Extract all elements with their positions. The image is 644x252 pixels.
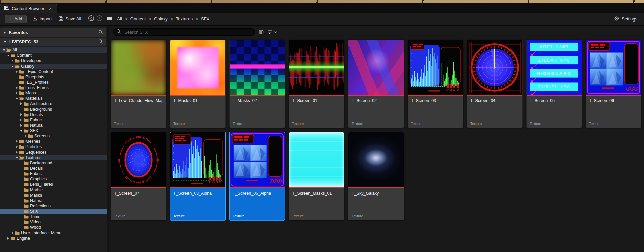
folder-icon <box>23 225 29 229</box>
tree-item-reflections[interactable]: Reflections <box>0 203 107 209</box>
save-all-button[interactable]: Save All <box>57 15 83 23</box>
tab-content-browser[interactable]: Content Browser × <box>0 4 57 13</box>
expander-icon[interactable] <box>11 59 14 62</box>
collection-search-icon[interactable] <box>98 39 103 45</box>
settings-button[interactable]: Settings <box>614 16 637 22</box>
expander-icon[interactable] <box>19 102 23 105</box>
tree-item-textures[interactable]: Textures <box>0 155 107 160</box>
import-button[interactable]: Import <box>31 15 53 23</box>
breadcrumb-item-sfx[interactable]: SFX <box>201 16 209 22</box>
breadcrumb-item-textures[interactable]: Textures <box>176 16 193 22</box>
expander-icon[interactable] <box>15 140 19 143</box>
tree-item-sfx[interactable]: SFX <box>0 209 107 214</box>
breadcrumb-item-all[interactable]: All <box>117 16 122 22</box>
expander-icon[interactable] <box>15 157 19 159</box>
tree-item-particles[interactable]: Particles <box>0 144 107 150</box>
breadcrumb-item-galaxy[interactable]: Galaxy <box>154 16 167 22</box>
expander-icon[interactable] <box>11 232 14 234</box>
favorites-header[interactable]: Favorites <box>0 28 106 37</box>
asset-grid: T_Low_Clouds_Flow_Map Texture T_Masks_01… <box>109 38 644 252</box>
expander-icon[interactable] <box>24 135 28 137</box>
tree-item-galaxy[interactable]: Galaxy <box>0 64 107 69</box>
search-input[interactable] <box>124 29 251 35</box>
add-button[interactable]: + Add <box>5 15 27 23</box>
asset-tile-t_screen_03[interactable]: T_Screen_03 Texture <box>408 40 463 128</box>
asset-tile-t_masks_01[interactable]: T_Masks_01 Texture <box>170 40 226 128</box>
chevron-right-icon[interactable] <box>4 31 6 34</box>
expander-icon[interactable] <box>15 145 19 148</box>
expander-icon[interactable] <box>19 124 23 127</box>
tree-item-_epic_content[interactable]: _Epic_Content <box>0 69 107 74</box>
expander-icon[interactable] <box>15 86 19 89</box>
expander-icon[interactable] <box>6 237 10 240</box>
asset-tile-t_screen_06_alpha[interactable]: T_Screen_06_Alpha Texture <box>229 132 285 220</box>
asset-tile-t_low_clouds_flow_map[interactable]: T_Low_Clouds_Flow_Map Texture <box>111 40 166 128</box>
asset-tile-t_screen_02[interactable]: T_Screen_02 Texture <box>348 40 404 128</box>
expander-icon[interactable] <box>11 66 14 67</box>
tree-item-decals[interactable]: Decals <box>0 112 107 117</box>
tree-item-fabric[interactable]: Fabric <box>0 171 107 176</box>
back-button[interactable] <box>88 15 94 23</box>
panel-splitter[interactable] <box>107 26 109 252</box>
expander-icon[interactable] <box>6 55 10 56</box>
tree-item-maps[interactable]: Maps <box>0 90 107 96</box>
favorites-search-icon[interactable] <box>98 30 103 36</box>
tree-item-ies_profiles[interactable]: IES_Profiles <box>0 80 107 85</box>
tree-item-engine[interactable]: Engine <box>0 236 107 241</box>
tree-item-all[interactable]: All <box>0 47 107 53</box>
asset-tile-t_screen_01[interactable]: T_Screen_01 Texture <box>289 40 344 128</box>
tree-item-trims[interactable]: Trims <box>0 214 107 219</box>
tree-item-graphics[interactable]: Graphics <box>0 176 107 182</box>
tree-item-sequences[interactable]: Sequences <box>0 150 107 155</box>
tree-item-lens_flares[interactable]: Lens_Flares <box>0 182 107 187</box>
tree-item-sfx[interactable]: SFX <box>0 128 107 133</box>
tree-item-user_interface_menu[interactable]: User_Interface_Menu <box>0 230 107 236</box>
tree-item-architecture[interactable]: Architecture <box>0 101 107 107</box>
asset-type-label: Texture <box>114 122 163 126</box>
expander-icon[interactable] <box>2 49 6 51</box>
save-search-button[interactable] <box>259 30 264 35</box>
asset-tile-t_screen_07[interactable]: T_Screen_07 Texture <box>111 132 166 220</box>
tree-item-fabric[interactable]: Fabric <box>0 117 107 123</box>
search-box[interactable] <box>113 28 255 36</box>
tree-item-background[interactable]: Background <box>0 107 107 112</box>
asset-tile-t_screen_05[interactable]: ABEL 2387ZILLAH 870HIGHGUARDZURIEL 278 T… <box>526 40 582 128</box>
expander-icon[interactable] <box>19 113 23 116</box>
tree-item-lens_flares[interactable]: Lens_Flares <box>0 85 107 90</box>
tree-item-video[interactable]: Video <box>0 219 107 225</box>
tree-item-natural[interactable]: Natural <box>0 123 107 128</box>
expander-icon[interactable] <box>15 98 19 99</box>
tree-item-marble[interactable]: Marble <box>0 187 107 193</box>
asset-thumbnail <box>111 40 166 95</box>
chevron-down-icon[interactable] <box>4 41 6 43</box>
expander-icon[interactable] <box>15 92 19 94</box>
tree-item-materials[interactable]: Materials <box>0 96 107 101</box>
asset-tile-t_screen_04[interactable]: T_Screen_04 Texture <box>467 40 523 128</box>
tree-item-decals[interactable]: Decals <box>0 166 107 171</box>
folder-icon <box>19 156 24 160</box>
tab-close-icon[interactable]: × <box>49 6 52 11</box>
tree-item-wood[interactable]: Wood <box>0 225 107 230</box>
filter-button[interactable] <box>267 30 277 34</box>
collection-header[interactable]: LIVESPEC_53 <box>0 38 106 46</box>
tree-item-natural[interactable]: Natural <box>0 198 107 203</box>
asset-tile-t_screen_masks_01[interactable]: T_Screen_Masks_01 Texture <box>289 132 344 220</box>
asset-thumbnail <box>408 40 463 95</box>
forward-button[interactable] <box>96 15 103 23</box>
tree-item-blueprints[interactable]: Blueprints <box>0 74 107 80</box>
tree-item-content[interactable]: Content <box>0 53 107 58</box>
tree-item-background[interactable]: Background <box>0 160 107 166</box>
asset-tile-t_screen_06[interactable]: T_Screen_06 Texture <box>586 40 641 128</box>
asset-tile-t_sky_galaxy[interactable]: T_Sky_Galaxy Texture <box>348 132 404 220</box>
asset-tile-t_screen_03_alpha[interactable]: T_Screen_03_Alpha Texture <box>170 132 226 220</box>
tree-item-developers[interactable]: Developers <box>0 58 107 64</box>
tree-item-meshes[interactable]: Meshes <box>0 139 107 144</box>
expander-icon[interactable] <box>15 70 19 73</box>
expander-icon[interactable] <box>19 130 23 132</box>
expander-icon[interactable] <box>15 151 19 154</box>
tree-item-masks[interactable]: Masks <box>0 193 107 198</box>
expander-icon[interactable] <box>19 119 23 121</box>
tree-item-screens[interactable]: Screens <box>0 133 107 139</box>
asset-tile-t_masks_02[interactable]: T_Masks_02 Texture <box>229 40 285 128</box>
breadcrumb-item-content[interactable]: Content <box>130 16 146 22</box>
